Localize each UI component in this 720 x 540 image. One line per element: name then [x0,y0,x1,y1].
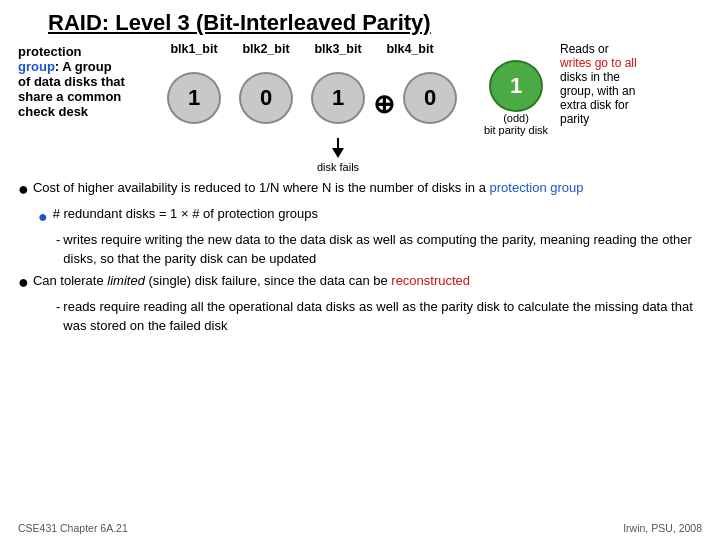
disk-label-3: blk3_bit [302,42,374,56]
right-note-line1: Reads or [560,42,609,56]
svg-marker-1 [332,148,344,158]
disk-3: 1 [302,72,374,124]
slide-title: RAID: Level 3 (Bit-Interleaved Parity) [18,10,702,36]
disk-2-shape: 0 [239,72,293,124]
slide: RAID: Level 3 (Bit-Interleaved Parity) p… [0,0,720,540]
disk-2-value: 0 [260,85,272,111]
top-section: protectiongroup: A groupof data disks th… [18,42,702,173]
disk-4: 0 [394,72,466,124]
protection-group-highlight: protection group [490,180,584,195]
sub-bullet-1: ● # redundant disks = 1 × # of protectio… [38,205,702,228]
disk-2: 0 [230,72,302,124]
sub-bullet-2: - reads require reading all the operatio… [56,298,702,336]
disk-3-shape: 1 [311,72,365,124]
disk-5-shape: 1 [489,60,543,112]
disk-3-value: 1 [332,85,344,111]
disk-label-4: blk4_bit [374,42,446,56]
disk-5-odd-label: (odd) bit parity disk [484,112,548,136]
arrow-down-icon [326,138,350,158]
sub-bullet-dot: ● [38,205,48,228]
bullet-1-text: Cost of higher availability is reduced t… [33,179,584,198]
disk-5-parity: 1 (odd) bit parity disk [480,60,552,136]
right-note-line4: group, with an [560,84,635,98]
sub-text-2: reads require reading all the operationa… [63,298,702,336]
sub-sub-bullet-1: - writes require writing the new data to… [56,231,702,269]
disk-5-value: 1 [510,73,522,99]
disk-1: 1 [158,72,230,124]
footer-right: Irwin, PSU, 2008 [623,522,702,534]
disk-4-value: 0 [424,85,436,111]
sub-sub-text: writes require writing the new data to t… [63,231,702,269]
right-note-line2: writes go to all [560,56,637,70]
footer: CSE431 Chapter 6A.21 Irwin, PSU, 2008 [18,522,702,534]
limited-text: limited [107,273,145,288]
footer-left: CSE431 Chapter 6A.21 [18,522,128,534]
disks-row: 1 0 1 ⊕ [158,60,552,136]
bullet-dot-1: ● [18,179,29,201]
bullet-2-text: Can tolerate limited (single) disk failu… [33,272,470,291]
disk-label-1: blk1_bit [158,42,230,56]
disk-fails-label: disk fails [302,161,374,173]
disk-label-2: blk2_bit [230,42,302,56]
reconstructed-text: reconstructed [391,273,470,288]
right-note-line6: parity [560,112,589,126]
disk-1-value: 1 [188,85,200,111]
xor-symbol: ⊕ [373,89,395,120]
right-note-line3: disks in the [560,70,620,84]
right-note-line5: extra disk for [560,98,629,112]
disk-1-shape: 1 [167,72,221,124]
bullet-1: ● Cost of higher availability is reduced… [18,179,702,201]
protection-label: protectiongroup: A groupof data disks th… [18,44,125,119]
sub-bullet-text: # redundant disks = 1 × # of protection … [53,205,318,224]
main-content: ● Cost of higher availability is reduced… [18,179,702,336]
disk-4-shape: 0 [403,72,457,124]
sub-dash-2: - [56,298,60,317]
sub-sub-dash: - [56,231,60,250]
left-description: protectiongroup: A groupof data disks th… [18,42,158,119]
bullet-2: ● Can tolerate limited (single) disk fai… [18,272,702,294]
right-note: Reads or writes go to all disks in the g… [552,42,702,126]
disk-labels-row: blk1_bit blk2_bit blk3_bit blk4_bit [158,42,548,56]
bullet-dot-2: ● [18,272,29,294]
disk-area: blk1_bit blk2_bit blk3_bit blk4_bit 1 0 [158,42,552,173]
